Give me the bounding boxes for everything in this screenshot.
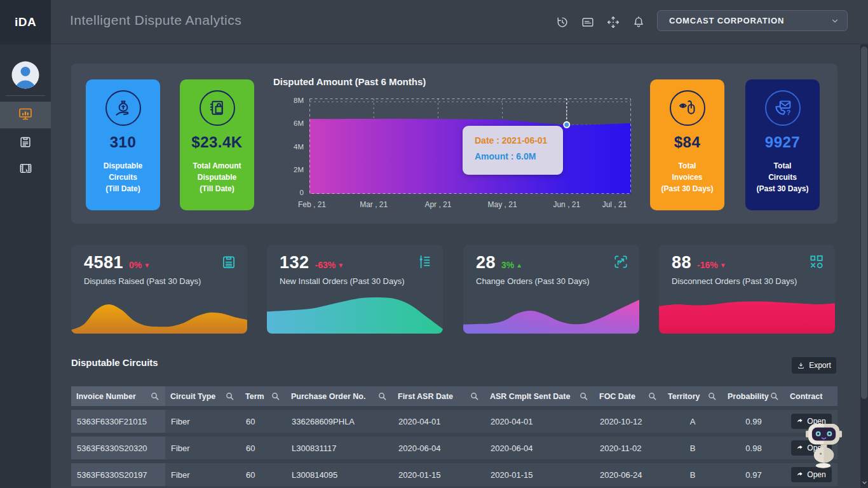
user-avatar-icon xyxy=(11,60,40,90)
table-cell: B xyxy=(663,437,722,459)
export-label: Export xyxy=(809,361,831,370)
column-header-label: Contract xyxy=(790,392,822,401)
kpi-label: New Install Orders (Past 30 Days) xyxy=(267,276,443,286)
download-icon xyxy=(797,362,805,370)
app-logo[interactable]: iDA xyxy=(0,0,51,44)
column-header-label: Invoice Number xyxy=(76,392,136,401)
sliders-icon xyxy=(416,254,433,273)
svg-text:?: ? xyxy=(786,109,790,116)
table-cell: Fiber xyxy=(165,410,240,433)
kpi-card-change-orders: 28 3%▲ Change Orders (Past 30 Days) xyxy=(463,245,639,334)
table-cell: 2020-01-15 xyxy=(393,463,485,486)
search-icon[interactable] xyxy=(708,392,716,400)
stat-card-total-circuits: ? 9927 Total Circuits (Past 30 Days) xyxy=(745,79,820,210)
search-icon[interactable] xyxy=(648,392,656,400)
table-cell: 2020-01-15 xyxy=(485,463,594,486)
table-cell: 2020-06-04 xyxy=(393,437,485,459)
table-row[interactable]: 5363F6330S20197Fiber60L3008140952020-01-… xyxy=(71,463,837,486)
column-header-first-asr-date[interactable]: First ASR Date xyxy=(393,386,485,406)
share-arrow-icon xyxy=(796,417,804,425)
column-header-label: Territory xyxy=(668,392,700,401)
table-cell: 60 xyxy=(240,437,286,459)
column-header-foc-date[interactable]: FOC Date xyxy=(594,386,663,406)
avatar[interactable] xyxy=(11,60,40,90)
company-selector-value: COMCAST CORPORATION xyxy=(669,16,831,25)
column-header-probability[interactable]: Probability xyxy=(722,386,785,406)
history-button[interactable] xyxy=(553,13,571,30)
kpi-card-disconnect-orders: 88 -16%▼ Disconnect Orders (Past 30 Days… xyxy=(659,245,835,334)
column-header-invoice-number[interactable]: Invoice Number xyxy=(71,386,165,406)
table-title: Disputable Circuits xyxy=(71,357,158,368)
table-cell: 2020-06-04 xyxy=(485,437,594,459)
bag-receipt-icon xyxy=(200,90,235,126)
page-scrollbar xyxy=(860,44,868,488)
search-icon[interactable] xyxy=(470,392,478,400)
disputable-circuits-table: Invoice NumberCircuit TypeTermPurchase O… xyxy=(71,386,837,488)
company-selector[interactable]: COMCAST CORPORATION xyxy=(657,10,848,31)
table-header-row: Invoice NumberCircuit TypeTermPurchase O… xyxy=(71,386,837,406)
stat-card-disputable-circuits: 310 Disputable Circuits (Till Date) xyxy=(86,79,160,210)
notifications-bell-icon xyxy=(632,15,646,29)
share-arrow-icon xyxy=(796,444,804,452)
chart-plot-area[interactable] xyxy=(309,98,631,194)
search-icon[interactable] xyxy=(580,392,588,400)
x-axis-tick: Jun , 21 xyxy=(553,200,580,209)
column-header-purchase-order-no-[interactable]: Purchase Order No. xyxy=(286,386,393,406)
open-contract-button[interactable]: Open xyxy=(791,467,832,482)
y-axis-tick: 8M xyxy=(273,97,304,104)
kpi-label: Disconnect Orders (Past 30 Days) xyxy=(659,276,835,286)
money-hand-icon xyxy=(105,90,141,126)
stat-label: Total Amount Disputable (Till Date) xyxy=(180,160,254,194)
x-axis-tick: Mar , 21 xyxy=(360,200,388,209)
clipboard-icon xyxy=(18,135,32,151)
billing-card-button[interactable] xyxy=(579,13,596,30)
stat-label: Disputable Circuits (Till Date) xyxy=(86,160,160,194)
scrollbar-thumb[interactable] xyxy=(861,46,867,399)
table-cell: 5363F6330F21015 xyxy=(71,410,165,433)
x-axis-tick: Feb , 21 xyxy=(298,200,326,209)
dashboard-monitor-chart-icon xyxy=(18,106,33,124)
table-cell: 60 xyxy=(240,410,286,433)
export-button[interactable]: Export xyxy=(792,357,836,374)
eye-mouse-icon xyxy=(670,90,705,126)
table-cell: 5363F6330S20320 xyxy=(71,437,165,459)
table-cell: A xyxy=(663,410,722,433)
table-cell: L300814095 xyxy=(286,463,393,486)
table-body: 5363F6330F21015Fiber60336268609PHLA2020-… xyxy=(71,410,837,488)
kpi-delta: 0%▼ xyxy=(129,260,150,270)
x-axis-tick: May , 21 xyxy=(488,200,517,209)
search-icon[interactable] xyxy=(271,392,280,400)
sidebar: iDA xyxy=(0,0,51,488)
table-cell: 0.99 xyxy=(722,410,785,433)
notifications-button[interactable] xyxy=(630,13,647,30)
column-header-territory[interactable]: Territory xyxy=(663,386,722,406)
search-icon[interactable] xyxy=(770,392,778,400)
column-header-circuit-type[interactable]: Circuit Type xyxy=(165,386,240,406)
disputed-amount-chart: Disputed Amount (Past 6 Months) 02M4M6M8… xyxy=(273,76,647,219)
column-header-label: ASR Cmplt Sent Date xyxy=(490,392,570,401)
move-button[interactable] xyxy=(604,13,621,30)
scroll-down-button[interactable] xyxy=(860,477,868,488)
sparkline-pink xyxy=(659,288,835,334)
sidebar-item-dashboard[interactable] xyxy=(0,102,51,128)
sidebar-item-workflow[interactable] xyxy=(0,156,51,183)
table-cell: 2020-11-02 xyxy=(594,437,663,459)
search-icon[interactable] xyxy=(378,392,386,400)
search-icon[interactable] xyxy=(226,392,234,400)
table-cell: 2020-06-24 xyxy=(594,463,663,486)
sparkline-purple xyxy=(463,288,639,334)
table-row[interactable]: 5363F6330S20320Fiber60L3008311172020-06-… xyxy=(71,437,837,459)
sidebar-item-orders[interactable] xyxy=(0,130,51,156)
table-row[interactable]: 5363F6330F21015Fiber60336268609PHLA2020-… xyxy=(71,410,837,433)
column-header-asr-cmplt-sent-date[interactable]: ASR Cmplt Sent Date xyxy=(485,386,594,406)
phone-mail-icon: ? xyxy=(765,90,801,126)
open-button-label: Open xyxy=(807,470,825,479)
column-header-term[interactable]: Term xyxy=(240,386,286,406)
chart-title: Disputed Amount (Past 6 Months) xyxy=(273,76,647,87)
robot-icon xyxy=(806,423,842,469)
column-header-contract[interactable]: Contract xyxy=(785,386,837,406)
chatbot-launcher[interactable] xyxy=(806,423,842,468)
column-header-label: Term xyxy=(245,392,264,401)
sparkline-orange xyxy=(71,288,247,334)
search-icon[interactable] xyxy=(151,392,159,400)
